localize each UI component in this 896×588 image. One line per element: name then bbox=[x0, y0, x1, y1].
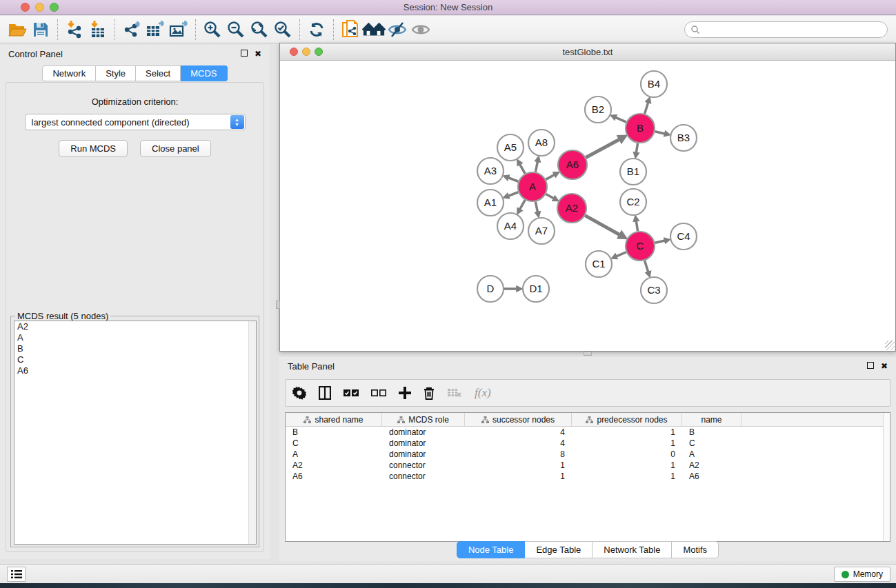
node-table[interactable]: shared name MCDS role successor nodes pr… bbox=[285, 412, 890, 542]
tab-mcds[interactable]: MCDS bbox=[181, 65, 227, 81]
export-table-icon[interactable] bbox=[143, 19, 167, 41]
table-scrollbar[interactable] bbox=[883, 413, 890, 541]
graph-edge-A2-C[interactable] bbox=[585, 216, 621, 236]
graph-edge-A-A4[interactable] bbox=[519, 200, 525, 210]
select-all-rows-icon[interactable] bbox=[344, 389, 359, 397]
result-item[interactable]: A bbox=[14, 332, 256, 343]
table-cell[interactable]: 1 bbox=[572, 438, 682, 448]
table-settings-gear-icon[interactable] bbox=[292, 386, 306, 400]
graph-edge-A-A8[interactable] bbox=[535, 161, 537, 172]
resize-grip[interactable] bbox=[885, 341, 895, 350]
graph-edge-A-A2[interactable] bbox=[546, 194, 554, 199]
split-pane-handle[interactable] bbox=[584, 352, 592, 356]
graph-edge-C-C3[interactable] bbox=[645, 261, 648, 273]
tab-select[interactable]: Select bbox=[136, 65, 181, 81]
maximize-window-button[interactable] bbox=[50, 3, 59, 12]
result-item[interactable]: A6 bbox=[14, 365, 256, 376]
graph-edge-A-A1[interactable] bbox=[508, 192, 518, 196]
table-cell[interactable]: 8 bbox=[465, 449, 572, 459]
zoom-in-icon[interactable] bbox=[201, 19, 224, 41]
table-cell[interactable]: connector bbox=[382, 472, 465, 481]
show-columns-icon[interactable] bbox=[319, 386, 331, 400]
result-scrollbar[interactable] bbox=[248, 321, 256, 544]
function-builder-icon[interactable]: f(x) bbox=[475, 386, 491, 400]
close-window-button[interactable] bbox=[21, 3, 30, 12]
table-cell[interactable]: 1 bbox=[572, 460, 682, 470]
column-header-name[interactable]: name bbox=[682, 413, 741, 426]
graph-edge-A-A6[interactable] bbox=[546, 174, 555, 180]
table-cell[interactable]: A bbox=[286, 449, 382, 459]
graph-edge-C-C4[interactable] bbox=[655, 241, 665, 243]
float-panel-icon[interactable] bbox=[867, 362, 874, 370]
refresh-icon[interactable] bbox=[305, 19, 328, 41]
table-cell[interactable]: connector bbox=[382, 460, 465, 470]
table-cell[interactable]: dominator bbox=[382, 427, 465, 437]
tab-network-table[interactable]: Network Table bbox=[593, 541, 672, 558]
table-cell[interactable]: A6 bbox=[682, 472, 741, 481]
float-panel-icon[interactable] bbox=[241, 50, 248, 58]
table-cell[interactable]: 4 bbox=[465, 438, 572, 448]
table-cell[interactable]: A2 bbox=[682, 460, 741, 470]
table-cell[interactable]: A6 bbox=[286, 472, 382, 481]
table-row[interactable]: Bdominator41B bbox=[286, 427, 890, 438]
mcds-result-list[interactable]: A2ABCA6 bbox=[14, 321, 257, 545]
close-panel-icon[interactable]: ✖ bbox=[255, 50, 261, 58]
graph-edge-A-A3[interactable] bbox=[508, 177, 518, 181]
network-close-button[interactable] bbox=[290, 48, 298, 56]
table-row[interactable]: A6connector11A6 bbox=[286, 471, 890, 482]
result-item[interactable]: A2 bbox=[14, 321, 256, 332]
table-cell[interactable]: 1 bbox=[572, 427, 682, 437]
graph-edge-C-C1[interactable] bbox=[615, 252, 626, 257]
close-panel-button[interactable]: Close panel bbox=[140, 140, 211, 157]
column-header-successor-nodes[interactable]: successor nodes bbox=[465, 413, 572, 426]
graph-edge-A-A7[interactable] bbox=[535, 202, 537, 213]
deselect-all-rows-icon[interactable] bbox=[371, 389, 386, 397]
graph-edge-A-A5[interactable] bbox=[519, 163, 525, 174]
new-network-from-selection-icon[interactable] bbox=[339, 19, 362, 41]
table-cell[interactable]: A2 bbox=[286, 460, 382, 470]
table-row[interactable]: Adominator80A bbox=[286, 449, 890, 460]
search-input[interactable] bbox=[700, 23, 887, 36]
criterion-dropdown[interactable]: largest connected component (directed) ▲… bbox=[25, 114, 246, 130]
hide-graphics-details-icon[interactable] bbox=[386, 19, 409, 41]
close-panel-icon[interactable]: ✖ bbox=[881, 362, 888, 370]
cybrowser-home-icon[interactable] bbox=[362, 19, 386, 41]
split-pane-handle[interactable] bbox=[276, 301, 280, 309]
table-cell[interactable]: dominator bbox=[382, 438, 465, 448]
table-cell[interactable]: 1 bbox=[465, 460, 572, 470]
network-canvas[interactable]: B4B2BB3A8A5A6A3B1AC2A1A2A4A7C4CC1C3DD1 bbox=[281, 61, 895, 350]
network-minimize-button[interactable] bbox=[302, 48, 310, 56]
result-item[interactable]: C bbox=[14, 354, 256, 365]
tab-network[interactable]: Network bbox=[42, 65, 96, 81]
tab-style[interactable]: Style bbox=[96, 65, 136, 81]
table-row[interactable]: A2connector11A2 bbox=[286, 460, 890, 471]
run-mcds-button[interactable]: Run MCDS bbox=[59, 140, 128, 157]
table-cell[interactable]: dominator bbox=[382, 449, 465, 459]
export-image-icon[interactable] bbox=[167, 19, 190, 41]
graph-edge-C-C2[interactable] bbox=[636, 220, 637, 231]
tab-node-table[interactable]: Node Table bbox=[457, 541, 526, 558]
network-maximize-button[interactable] bbox=[315, 48, 323, 56]
table-cell[interactable]: B bbox=[682, 427, 741, 437]
zoom-fit-icon[interactable] bbox=[248, 19, 271, 41]
show-graphics-details-icon[interactable] bbox=[409, 19, 432, 41]
graph-edge-B-B4[interactable] bbox=[645, 101, 648, 114]
table-cell[interactable]: C bbox=[682, 438, 741, 448]
task-history-button[interactable] bbox=[7, 567, 26, 582]
tab-motifs[interactable]: Motifs bbox=[672, 541, 719, 558]
import-network-icon[interactable] bbox=[63, 19, 86, 41]
result-item[interactable]: B bbox=[14, 343, 256, 354]
table-cell[interactable]: 1 bbox=[572, 472, 682, 481]
graph-edge-B-B1[interactable] bbox=[636, 143, 637, 154]
minimize-window-button[interactable] bbox=[35, 3, 44, 12]
graph-edge-B-B2[interactable] bbox=[615, 117, 626, 122]
export-network-icon[interactable] bbox=[120, 19, 143, 41]
table-cell[interactable]: 1 bbox=[465, 472, 572, 481]
import-table-icon[interactable] bbox=[86, 19, 110, 41]
table-cell[interactable]: B bbox=[286, 427, 382, 437]
zoom-out-icon[interactable] bbox=[224, 19, 248, 41]
table-cell[interactable]: 4 bbox=[465, 427, 572, 437]
search-field[interactable] bbox=[684, 21, 888, 38]
open-file-icon[interactable] bbox=[6, 19, 29, 41]
column-header-shared-name[interactable]: shared name bbox=[286, 413, 382, 426]
